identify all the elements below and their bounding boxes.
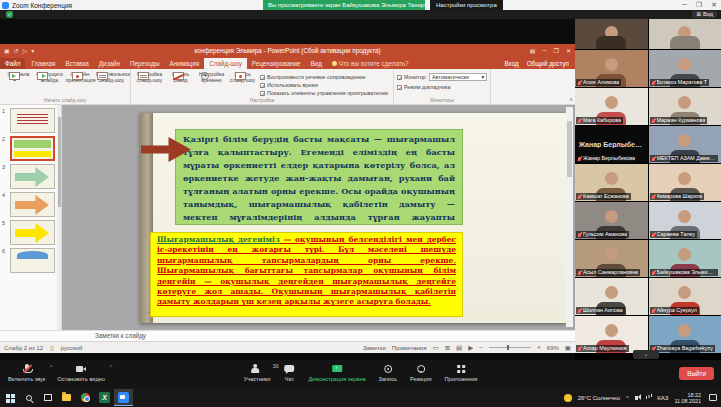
notification-center-icon[interactable] [709, 394, 717, 401]
slide-thumbnail[interactable]: 5 [2, 220, 55, 245]
from-current-slide-button[interactable]: С текущего слайда [34, 71, 65, 96]
from-beginning-button[interactable]: С начала [3, 71, 34, 96]
weather-sun-icon[interactable] [564, 394, 572, 402]
participant-tile[interactable]: Мага Кабирова [575, 88, 648, 125]
tab-transitions[interactable]: Переходы [125, 58, 165, 70]
monitor-dropdown[interactable]: Автоматически▾ [429, 73, 487, 81]
participant-tile[interactable]: Асыл Санжарлановна [575, 240, 648, 277]
tab-review[interactable]: Рецензирование [247, 58, 306, 70]
presenter-view-checkbox[interactable]: Режим докладчика [397, 84, 487, 90]
fit-to-window-icon[interactable]: ▣ [565, 344, 571, 352]
view-settings-button[interactable]: Настройки просмотра [430, 0, 503, 10]
tab-home[interactable]: Главная [26, 58, 60, 70]
tell-me-box[interactable]: Что вы хотите сделать? [327, 58, 414, 69]
notes-pane[interactable]: Заметки к слайду [0, 330, 575, 341]
participant-tile[interactable]: Гульсим Аманова [575, 202, 648, 239]
sign-in-link[interactable]: Вход [504, 60, 518, 67]
slide-thumbnail[interactable]: 1 [2, 108, 55, 133]
ribbon-options-icon[interactable]: ▤ [530, 47, 536, 54]
participant-tile[interactable]: Аскар Маулкенов [575, 316, 648, 353]
weather-text[interactable]: 26°C Солнечно [578, 395, 620, 401]
tab-view[interactable]: Вид [305, 58, 326, 70]
ppt-restore-icon[interactable]: ❐ [554, 47, 559, 54]
network-icon[interactable] [646, 396, 648, 399]
show-media-controls-checkbox[interactable]: Показать элементы управления проигрывате… [260, 90, 388, 96]
reactions-button[interactable]: Реакции [410, 363, 432, 382]
participant-tile[interactable] [575, 19, 648, 49]
zoom-app-icon[interactable] [114, 389, 133, 406]
zoom-out-icon[interactable]: − [479, 344, 483, 351]
volume-icon[interactable] [635, 396, 638, 400]
close-icon[interactable]: ✕ [711, 0, 717, 10]
meeting-info-shield-icon[interactable]: ✓ [6, 11, 13, 18]
present-online-button[interactable]: Онлайн-презентация [65, 71, 96, 96]
language-indicator[interactable]: русский [61, 345, 83, 351]
participant-tile[interactable]: Маржан Курманова [649, 88, 721, 125]
slide-thumbnail-panel[interactable]: 1 2 3 4 5 6 [0, 105, 62, 330]
participant-tile[interactable]: Шолпан Аипова [575, 278, 648, 315]
tab-animations[interactable]: Анимация [165, 58, 205, 70]
reading-view-icon[interactable]: ▤ [456, 344, 462, 352]
setup-slideshow-button[interactable]: Настройка слайд-шоу [134, 71, 165, 96]
custom-slideshow-button[interactable]: Произвольное слайд-шоу [96, 71, 127, 96]
hide-slide-button[interactable]: Скрыть слайд [165, 71, 196, 96]
collapse-ribbon-icon[interactable]: ∧ [569, 96, 573, 102]
view-button[interactable]: ⊞Вид [692, 11, 717, 18]
chat-button[interactable]: Чат [283, 363, 295, 382]
search-icon[interactable] [19, 389, 38, 406]
zoom-percentage[interactable]: 69% [547, 345, 559, 351]
participant-tile-speaking[interactable]: Байкушакова Эльмира Т... [649, 240, 721, 277]
slide-thumbnail[interactable]: 4 [2, 192, 55, 217]
tab-insert[interactable]: Вставка [60, 58, 93, 70]
task-view-icon[interactable] [38, 389, 57, 406]
chrome-icon[interactable] [76, 389, 95, 406]
file-explorer-icon[interactable] [57, 389, 76, 406]
tab-file[interactable]: Файл [0, 58, 25, 70]
ppt-minimize-icon[interactable]: ─ [542, 47, 546, 54]
participant-tile[interactable]: МЕКТЕП АЗАМ Дамеш... [649, 126, 721, 163]
slide-sorter-icon[interactable]: ⊞ [445, 344, 450, 352]
chevron-up-icon[interactable]: ^ [110, 364, 112, 370]
leave-meeting-button[interactable]: Выйти [679, 367, 714, 380]
share-screen-button[interactable]: Демонстрация экрана [308, 363, 365, 382]
zoom-in-icon[interactable]: + [537, 344, 541, 351]
excel-icon[interactable]: X [95, 389, 114, 406]
participant-tile[interactable] [649, 19, 721, 49]
unmute-button[interactable]: ^Включить звук [8, 363, 45, 382]
chevron-up-icon[interactable]: ^ [50, 364, 52, 370]
use-timings-checkbox[interactable]: Использовать время [260, 82, 388, 88]
participant-tile[interactable]: Ботакоз Маратова Т [649, 50, 721, 87]
tab-slideshow[interactable]: Слайд-шоу [204, 58, 247, 70]
participant-tile[interactable]: Айнура Суеркул [649, 278, 721, 315]
collapse-gallery-button[interactable]: ⌄ [633, 350, 659, 359]
play-narrations-checkbox[interactable]: Воспроизвести речевое сопровождение [260, 74, 388, 80]
participants-button[interactable]: 30Участники [244, 363, 271, 382]
apps-button[interactable]: Приложения [445, 363, 478, 382]
notes-button[interactable]: Заметки [363, 345, 386, 351]
minimize-icon[interactable]: ─ [682, 0, 687, 10]
participant-tile[interactable]: Камшат Есжанова [575, 164, 648, 201]
zoom-slider[interactable] [489, 347, 531, 348]
share-button[interactable]: Общий доступ [527, 60, 569, 67]
participant-tile[interactable]: Саржева Талеу [649, 202, 721, 239]
keyboard-language[interactable]: КАЗ [657, 395, 668, 401]
rehearse-timings-button[interactable]: Настройка времени [196, 71, 227, 96]
normal-view-icon[interactable]: ▭ [432, 344, 438, 352]
start-button[interactable] [0, 389, 19, 406]
thumbnail-scrollbar[interactable] [57, 105, 61, 330]
clock[interactable]: 18:2211.08.2021 [674, 392, 701, 404]
slide-scrollbar[interactable] [566, 107, 573, 327]
record-button[interactable]: Запись [379, 363, 397, 382]
hidden-icons-chevron[interactable]: ^ [626, 395, 629, 401]
participant-tile-no-video[interactable]: Жанар БерлыбековаЖанар Берлыбекова [575, 126, 648, 163]
tab-design[interactable]: Дизайн [94, 58, 125, 70]
participant-tile[interactable]: Акмарова Шарипа [649, 164, 721, 201]
slide-thumbnail[interactable]: 3 [2, 164, 55, 189]
spellcheck-icon[interactable]: ▯ [50, 344, 54, 352]
maximize-icon[interactable]: ❐ [696, 0, 702, 10]
participant-tile[interactable]: Алия Алимова [575, 50, 648, 87]
slideshow-view-icon[interactable]: ▶ [468, 344, 473, 352]
record-slideshow-button[interactable]: Запись слайд-шоу [227, 71, 258, 96]
slide-thumbnail[interactable]: 6 [2, 248, 55, 273]
slide-thumbnail-selected[interactable]: 2 [2, 136, 55, 161]
